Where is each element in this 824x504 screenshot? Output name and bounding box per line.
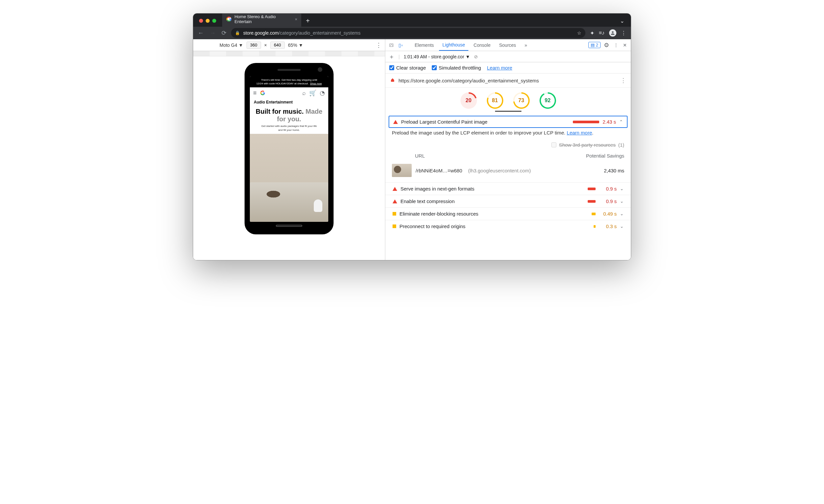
promo-banner: There's still time. Get free two-day shi… [250, 76, 328, 87]
traffic-lights [196, 19, 219, 27]
audit-learn-more-link[interactable]: Learn more [567, 130, 592, 135]
chrome-menu-icon[interactable]: ⋮ [621, 30, 626, 36]
report-label: 1:01:49 AM - store.google.cor [404, 54, 465, 59]
audit-row-title: Preconnect to required origins [400, 223, 466, 229]
subheadline: Get started with audio packages that fit… [250, 124, 328, 133]
promo-link[interactable]: Shop now [310, 82, 322, 85]
profile-avatar[interactable] [609, 29, 616, 36]
new-tab-button[interactable]: + [301, 17, 314, 27]
cart-icon[interactable]: 🛒 [309, 89, 316, 97]
audit-header[interactable]: Preload Largest Contentful Paint image 2… [389, 116, 627, 127]
third-party-checkbox[interactable] [551, 142, 556, 147]
audit-row-value: 0.9 s [599, 198, 617, 204]
tabs-menu-button[interactable]: ⌄ [617, 18, 628, 27]
audit-row[interactable]: Enable text compression0.9 s⌄ [385, 195, 631, 207]
chevron-down-icon: ⌄ [620, 224, 624, 229]
third-party-count: (1) [618, 142, 624, 148]
close-window-button[interactable] [199, 19, 203, 23]
tabs-overflow[interactable]: » [521, 40, 531, 51]
lock-icon: 🔒 [235, 31, 240, 35]
resource-thumbnail [392, 164, 412, 177]
device-mode-pane: Moto G4 ▼ × 65% ▼ ⋮ There's still time. … [193, 39, 385, 260]
hamburger-icon[interactable]: ≡ [253, 90, 257, 97]
audit-description: Preload the image used by the LCP elemen… [385, 128, 631, 140]
back-button[interactable]: ← [196, 30, 205, 36]
maximize-window-button[interactable] [212, 19, 216, 23]
severity-triangle-icon [393, 199, 397, 203]
resource-url[interactable]: /rbNNiE4oM…=w680 [416, 168, 462, 173]
devtools-pane: ⮹ ▯▫ Elements Lighthouse Console Sources… [385, 39, 631, 260]
phone-home-button [250, 222, 328, 230]
dim-sep: × [264, 42, 267, 48]
device-stage: There's still time. Get free two-day shi… [193, 57, 385, 260]
throttling-checkbox[interactable]: Simulated throttling [432, 65, 481, 71]
chevron-down-icon: ⌄ [620, 199, 624, 204]
chevron-up-icon: ⌃ [619, 119, 623, 124]
learn-more-link[interactable]: Learn more [487, 65, 512, 71]
settings-gear-icon[interactable]: ⚙ [603, 41, 610, 49]
tab-sources[interactable]: Sources [496, 40, 519, 51]
audited-url-row: https://store.google.com/category/audio_… [385, 74, 631, 88]
lighthouse-options: Clear storage Simulated throttling Learn… [385, 62, 631, 74]
audit-row-title: Serve images in next-gen formats [401, 186, 474, 192]
zoom-select[interactable]: 65% ▼ [288, 42, 303, 48]
clear-storage-checkbox[interactable]: Clear storage [389, 65, 426, 71]
third-party-label: Show 3rd-party resources [559, 142, 616, 148]
camera-icon [318, 67, 322, 72]
viewport-height-input[interactable] [270, 41, 285, 49]
audit-desc-text: Preload the image used by the LCP elemen… [392, 130, 567, 135]
severity-triangle-icon [393, 120, 398, 124]
toolbar-actions: ✦ ≡♪ ⋮ [589, 29, 628, 36]
score-seo[interactable]: 92 [539, 92, 556, 109]
audit-bar [573, 121, 599, 123]
audit-row[interactable]: Eliminate render-blocking resources0.49 … [385, 207, 631, 220]
issues-badge[interactable]: ▤2 [588, 42, 601, 48]
device-toggle-icon[interactable]: ▯▫ [397, 42, 404, 48]
new-report-button[interactable]: ＋ [389, 53, 395, 61]
close-tab-icon[interactable]: × [295, 17, 297, 22]
col-savings: Potential Savings [586, 153, 624, 159]
tab-console[interactable]: Console [470, 40, 494, 51]
audit-bar [592, 213, 596, 215]
extensions-icon[interactable]: ✦ [590, 30, 594, 36]
score-accessibility[interactable]: 81 [487, 92, 503, 109]
inspect-icon[interactable]: ⮹ [388, 42, 395, 48]
minimize-window-button[interactable] [206, 19, 210, 23]
score-performance[interactable]: 20 [460, 92, 477, 109]
score-best-practices[interactable]: 73 [513, 92, 530, 109]
viewport-width-input[interactable] [246, 41, 261, 49]
audit-row-value: 0.3 s [599, 223, 617, 229]
report-menu-icon[interactable]: ⋮ [620, 77, 626, 84]
audit-bar [594, 225, 596, 228]
close-devtools-icon[interactable]: ✕ [622, 42, 628, 48]
tab-title: Home Stereo & Audio Entertain [234, 14, 292, 24]
audit-row[interactable]: Preconnect to required origins0.3 s⌄ [385, 220, 631, 232]
throttling-label: Simulated throttling [439, 65, 481, 71]
severity-square-icon [393, 224, 396, 228]
audit-row[interactable]: Serve images in next-gen formats0.9 s⌄ [385, 182, 631, 195]
reload-button[interactable]: ⟳ [220, 29, 228, 36]
url-input[interactable]: 🔒 store.google.com/category/audio_entert… [231, 28, 585, 38]
forward-button[interactable]: → [208, 30, 217, 36]
report-select[interactable]: 1:01:49 AM - store.google.cor ▼ [404, 54, 470, 59]
headline: Built for music. Made for you. [250, 104, 328, 124]
bookmark-icon[interactable]: ☆ [577, 30, 582, 35]
device-select[interactable]: Moto G4 ▼ [219, 42, 243, 48]
address-bar: ← → ⟳ 🔒 store.google.com/category/audio_… [193, 27, 631, 39]
account-icon[interactable]: ◔ [320, 89, 325, 97]
reading-list-icon[interactable]: ≡♪ [599, 30, 605, 36]
device-toolbar-menu[interactable]: ⋮ [376, 41, 382, 49]
search-icon[interactable]: ⌕ [302, 90, 306, 97]
device-name: Moto G4 [219, 42, 237, 48]
browser-tab[interactable]: Home Stereo & Audio Entertain × [222, 13, 301, 27]
phone-screen[interactable]: There's still time. Get free two-day shi… [250, 76, 328, 222]
promo-line-1: There's still time. Get free two-day shi… [261, 79, 317, 81]
lighthouse-icon [390, 78, 395, 83]
ruler [193, 51, 385, 57]
tab-lighthouse[interactable]: Lighthouse [439, 39, 469, 51]
clear-icon[interactable]: ⊘ [474, 54, 478, 59]
device-toolbar: Moto G4 ▼ × 65% ▼ ⋮ [193, 39, 385, 51]
devtools-menu-icon[interactable]: ⋮ [612, 42, 620, 48]
audit-bar [588, 188, 596, 190]
tab-elements[interactable]: Elements [411, 40, 437, 51]
